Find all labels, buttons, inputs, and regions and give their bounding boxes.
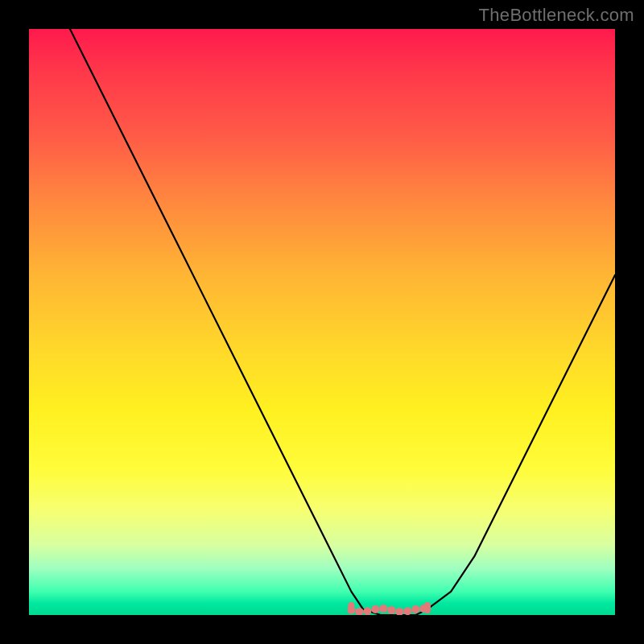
watermark-label: TheBottleneck.com [479, 5, 634, 26]
chart-plot-area [29, 29, 615, 615]
